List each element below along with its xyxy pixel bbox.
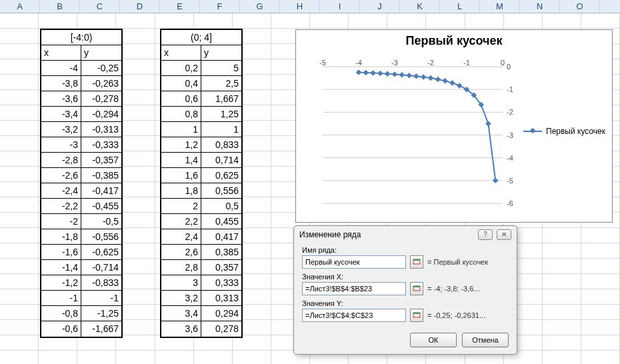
cell-y[interactable]: -0,625 bbox=[81, 245, 121, 260]
cell-y[interactable]: -1,25 bbox=[81, 306, 121, 321]
cell-x[interactable]: -1,6 bbox=[41, 245, 81, 260]
cell-x[interactable]: -1,4 bbox=[41, 260, 81, 275]
legend-label: Первый кусочек bbox=[546, 127, 605, 136]
cell-y[interactable]: -0,417 bbox=[81, 183, 121, 199]
cell-y[interactable]: -0,294 bbox=[81, 107, 121, 122]
cell-y[interactable]: 0,357 bbox=[201, 260, 241, 275]
table-header[interactable]: (0; 4] bbox=[161, 30, 241, 45]
cell-y[interactable]: -0,25 bbox=[81, 61, 121, 76]
cell-y[interactable]: -0,357 bbox=[81, 153, 121, 168]
cell-x[interactable]: -0,6 bbox=[41, 321, 81, 337]
cell-y[interactable]: 2,5 bbox=[201, 76, 241, 91]
cell-x[interactable]: -3,6 bbox=[41, 91, 81, 107]
cell-y[interactable]: 0,455 bbox=[201, 214, 241, 229]
svg-text:-5: -5 bbox=[319, 59, 326, 67]
cell-y[interactable]: -1 bbox=[81, 291, 121, 306]
cell-y[interactable]: 5 bbox=[201, 61, 241, 76]
cell-y[interactable]: -0,313 bbox=[81, 122, 121, 137]
cell-y[interactable]: -1,667 bbox=[81, 321, 121, 337]
chart-title: Первый кусочек bbox=[296, 30, 612, 49]
cell-x[interactable]: 2 bbox=[161, 199, 201, 214]
cell-y[interactable]: 0,333 bbox=[201, 275, 241, 291]
svg-rect-24 bbox=[385, 71, 390, 76]
cell-y[interactable]: -0,385 bbox=[81, 168, 121, 183]
cell-x[interactable]: -3,2 bbox=[41, 122, 81, 137]
cell-x[interactable]: -1,2 bbox=[41, 275, 81, 291]
cell-x[interactable]: 1 bbox=[161, 122, 201, 137]
series-name-input[interactable]: Первый кусочек bbox=[302, 255, 406, 269]
cell-x[interactable]: 3,6 bbox=[161, 321, 201, 337]
cell-y[interactable]: 0,313 bbox=[201, 291, 241, 306]
svg-text:-3: -3 bbox=[507, 131, 513, 139]
cell-x[interactable]: 1,4 bbox=[161, 153, 201, 168]
cancel-button[interactable]: Отмена bbox=[462, 333, 509, 347]
cell-y[interactable]: 0,385 bbox=[201, 245, 241, 260]
cell-x[interactable]: 0,4 bbox=[161, 76, 201, 91]
cell-y[interactable]: 0,556 bbox=[201, 183, 241, 199]
cell-x[interactable]: -2 bbox=[41, 214, 81, 229]
cell-x[interactable]: 0,2 bbox=[161, 61, 201, 76]
cell-x[interactable]: -0,8 bbox=[41, 306, 81, 321]
cell-x[interactable]: 1,2 bbox=[161, 137, 201, 153]
col-y-header[interactable]: y bbox=[81, 45, 121, 61]
cell-y[interactable]: -0,263 bbox=[81, 76, 121, 91]
table-header[interactable]: [-4:0) bbox=[41, 30, 121, 45]
cell-x[interactable]: 2,6 bbox=[161, 245, 201, 260]
cell-x[interactable]: 0,6 bbox=[161, 91, 201, 107]
cell-x[interactable]: 3,2 bbox=[161, 291, 201, 306]
legend-marker-icon bbox=[523, 131, 542, 132]
cell-x[interactable]: -1,8 bbox=[41, 229, 81, 245]
cell-y[interactable]: 1 bbox=[201, 122, 241, 137]
collapse-dialog-button[interactable] bbox=[410, 282, 423, 295]
cell-y[interactable]: 0,417 bbox=[201, 229, 241, 245]
svg-rect-26 bbox=[399, 72, 405, 77]
x-values-input[interactable]: =Лист3!$B$4:$B$23 bbox=[302, 282, 406, 295]
collapse-dialog-button[interactable] bbox=[410, 255, 423, 269]
chart[interactable]: Первый кусочек 0-1-2-3-4-5-6-5-4-3-2-10 … bbox=[295, 29, 613, 223]
chart-legend[interactable]: Первый кусочек bbox=[523, 127, 605, 136]
cell-y[interactable]: 0,5 bbox=[201, 199, 241, 214]
cell-y[interactable]: 0,278 bbox=[201, 321, 241, 337]
ok-button[interactable]: ОК bbox=[410, 333, 457, 347]
cell-x[interactable]: 2,4 bbox=[161, 229, 201, 245]
cell-x[interactable]: 1,8 bbox=[161, 183, 201, 199]
cell-x[interactable]: -1 bbox=[41, 291, 81, 306]
cell-x[interactable]: -3,8 bbox=[41, 76, 81, 91]
cell-y[interactable]: -0,833 bbox=[81, 275, 121, 291]
cell-x[interactable]: -4 bbox=[41, 61, 81, 76]
cell-x[interactable]: -2,2 bbox=[41, 199, 81, 214]
cell-x[interactable]: -2,6 bbox=[41, 168, 81, 183]
cell-x[interactable]: -2,8 bbox=[41, 153, 81, 168]
col-y-header[interactable]: y bbox=[201, 45, 241, 61]
collapse-dialog-button[interactable] bbox=[410, 309, 423, 322]
cell-y[interactable]: 1,667 bbox=[201, 91, 241, 107]
help-button[interactable]: ? bbox=[478, 229, 493, 240]
cell-x[interactable]: 3 bbox=[161, 275, 201, 291]
cell-x[interactable]: 3,4 bbox=[161, 306, 201, 321]
cell-x[interactable]: 1,6 bbox=[161, 168, 201, 183]
cell-x[interactable]: -3,4 bbox=[41, 107, 81, 122]
cell-x[interactable]: -3 bbox=[41, 137, 81, 153]
cell-x[interactable]: -2,4 bbox=[41, 183, 81, 199]
cell-y[interactable]: -0,333 bbox=[81, 137, 121, 153]
cell-y[interactable]: 0,625 bbox=[201, 168, 241, 183]
cell-y[interactable]: 0,714 bbox=[201, 153, 241, 168]
cell-y[interactable]: -0,455 bbox=[81, 199, 121, 214]
series-name-preview: = Первый кусочек bbox=[427, 258, 488, 266]
cell-y[interactable]: 0,833 bbox=[201, 137, 241, 153]
cell-y[interactable]: -0,5 bbox=[81, 214, 121, 229]
cell-y[interactable]: 0,294 bbox=[201, 306, 241, 321]
svg-text:0: 0 bbox=[507, 63, 511, 71]
cell-x[interactable]: 2,2 bbox=[161, 214, 201, 229]
cell-y[interactable]: -0,278 bbox=[81, 91, 121, 107]
cell-y[interactable]: -0,714 bbox=[81, 260, 121, 275]
close-button[interactable]: ✕ bbox=[497, 229, 511, 240]
col-x-header[interactable]: x bbox=[41, 45, 81, 61]
cell-x[interactable]: 0,8 bbox=[161, 107, 201, 122]
y-values-input[interactable]: =Лист3!$C$4:$C$23 bbox=[302, 309, 406, 322]
cell-x[interactable]: 2,8 bbox=[161, 260, 201, 275]
cell-y[interactable]: -0,556 bbox=[81, 229, 121, 245]
col-x-header[interactable]: x bbox=[161, 45, 201, 61]
cell-y[interactable]: 1,25 bbox=[201, 107, 241, 122]
svg-text:-4: -4 bbox=[507, 154, 513, 162]
